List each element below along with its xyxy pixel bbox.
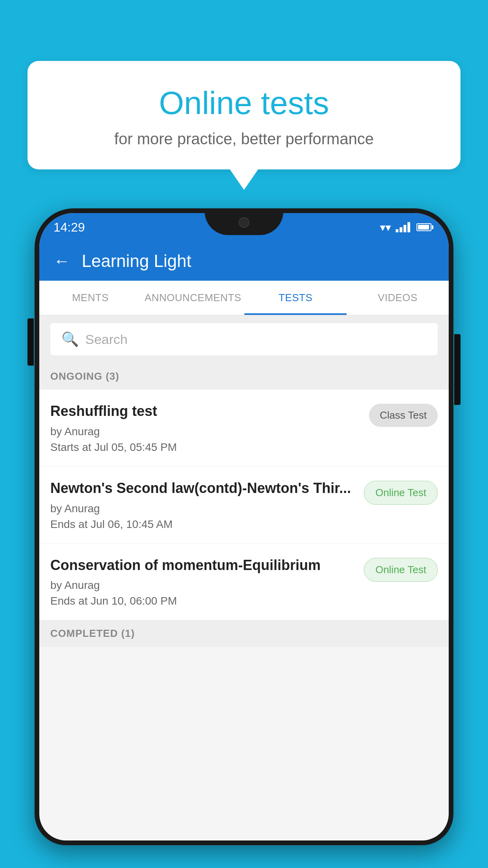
test-item[interactable]: Reshuffling test by Anurag Starts at Jul… xyxy=(39,390,449,467)
completed-label: COMPLETED (1) xyxy=(50,627,135,639)
test-name: Reshuffling test xyxy=(50,402,361,421)
class-test-badge: Class Test xyxy=(369,404,438,427)
test-author: by Anurag xyxy=(50,425,361,438)
status-time: 14:29 xyxy=(53,220,85,235)
tabs-container: MENTS ANNOUNCEMENTS TESTS VIDEOS xyxy=(39,281,449,315)
search-placeholder: Search xyxy=(85,332,128,347)
promo-banner: Online tests for more practice, better p… xyxy=(28,61,460,169)
test-date: Ends at Jul 06, 10:45 AM xyxy=(50,518,356,531)
test-author: by Anurag xyxy=(50,502,356,515)
test-item[interactable]: Newton's Second law(contd)-Newton's Thir… xyxy=(39,467,449,544)
status-icons: ▾▾ xyxy=(380,221,431,234)
battery-icon xyxy=(416,223,431,231)
test-name: Conservation of momentum-Equilibrium xyxy=(50,556,356,575)
online-test-badge: Online Test xyxy=(364,481,438,505)
signal-icon xyxy=(396,222,410,232)
tests-list: Reshuffling test by Anurag Starts at Jul… xyxy=(39,390,449,620)
bubble-title: Online tests xyxy=(47,85,441,121)
search-icon: 🔍 xyxy=(61,331,79,348)
camera xyxy=(238,217,250,228)
online-test-badge: Online Test xyxy=(364,558,438,582)
test-author: by Anurag xyxy=(50,579,356,592)
wifi-icon: ▾▾ xyxy=(380,221,391,234)
phone-body: 14:29 ▾▾ ← Learning Light xyxy=(35,208,453,845)
app-header: ← Learning Light xyxy=(39,241,449,281)
test-info: Newton's Second law(contd)-Newton's Thir… xyxy=(50,479,356,531)
tab-announcements[interactable]: ANNOUNCEMENTS xyxy=(141,281,244,315)
test-item[interactable]: Conservation of momentum-Equilibrium by … xyxy=(39,544,449,621)
speech-bubble: Online tests for more practice, better p… xyxy=(28,61,460,169)
back-button[interactable]: ← xyxy=(53,252,70,270)
phone-mockup: 14:29 ▾▾ ← Learning Light xyxy=(35,208,453,868)
notch xyxy=(205,208,283,235)
tab-ments[interactable]: MENTS xyxy=(39,281,141,315)
app-title: Learning Light xyxy=(82,251,191,271)
test-info: Conservation of momentum-Equilibrium by … xyxy=(50,556,356,608)
tab-tests[interactable]: TESTS xyxy=(244,281,347,315)
search-container: 🔍 Search xyxy=(39,315,449,363)
test-name: Newton's Second law(contd)-Newton's Thir… xyxy=(50,479,356,498)
search-bar[interactable]: 🔍 Search xyxy=(50,323,438,355)
completed-section-header: COMPLETED (1) xyxy=(39,620,449,647)
tab-videos[interactable]: VIDEOS xyxy=(347,281,449,315)
ongoing-label: ONGOING (3) xyxy=(50,370,119,382)
ongoing-section-header: ONGOING (3) xyxy=(39,363,449,390)
test-info: Reshuffling test by Anurag Starts at Jul… xyxy=(50,402,361,454)
test-date: Ends at Jun 10, 06:00 PM xyxy=(50,595,356,607)
test-date: Starts at Jul 05, 05:45 PM xyxy=(50,441,361,454)
bubble-subtitle: for more practice, better performance xyxy=(47,130,441,148)
phone-screen: 14:29 ▾▾ ← Learning Light xyxy=(39,213,449,840)
